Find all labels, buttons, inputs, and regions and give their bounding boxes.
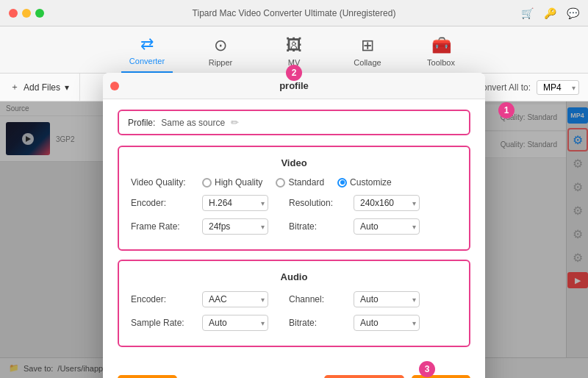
mv-icon: 🖼 bbox=[286, 36, 302, 55]
framerate-label: Frame Rate: bbox=[131, 221, 193, 232]
audio-section-title: Audio bbox=[131, 271, 457, 282]
modal-body: Profile: Same as source ✏ Video Video Qu… bbox=[103, 99, 485, 368]
samplerate-bitrate-row: Sample Rate: Auto 44100Hz 48000Hz Bitrat… bbox=[131, 315, 457, 331]
audio-bitrate-select[interactable]: Auto 64k 128k bbox=[354, 315, 420, 331]
channel-select[interactable]: Auto Mono Stereo bbox=[354, 291, 420, 307]
audio-encoder-channel-row: Encoder: AAC MP3 AC3 Channel: bbox=[131, 291, 457, 307]
add-files-label: Add Files bbox=[24, 82, 60, 93]
close-button[interactable] bbox=[9, 9, 18, 18]
encoder-select[interactable]: H.264 H.265 MPEG-4 bbox=[202, 195, 268, 211]
radio-circle-high bbox=[202, 178, 212, 188]
audio-section: Audio Encoder: AAC MP3 AC3 Channel bbox=[118, 260, 470, 347]
profile-row: Profile: Same as source ✏ bbox=[118, 110, 470, 135]
quality-radio-group: High Quality Standard Customize bbox=[202, 177, 392, 188]
channel-area: Channel: Auto Mono Stereo bbox=[289, 291, 420, 307]
convert-format-select-wrap: MP4 AVI MOV bbox=[537, 80, 579, 95]
add-files-chevron: ▾ bbox=[65, 82, 69, 93]
radio-circle-customize bbox=[337, 178, 347, 188]
app-title: Tipard Mac Video Converter Ultimate (Unr… bbox=[193, 8, 396, 18]
framerate-select[interactable]: 24fps 25fps 30fps 60fps bbox=[202, 218, 268, 235]
audio-encoder-select[interactable]: AAC MP3 AC3 bbox=[202, 291, 268, 307]
converter-icon: ⇄ bbox=[140, 35, 154, 54]
create-new-button[interactable]: Create New bbox=[324, 375, 404, 378]
framerate-bitrate-row: Frame Rate: 24fps 25fps 30fps 60fps Bitr… bbox=[131, 218, 457, 235]
channel-select-wrap: Auto Mono Stereo bbox=[354, 291, 420, 307]
key-icon[interactable]: 🔑 bbox=[544, 7, 556, 19]
resolution-select[interactable]: 240x160 640x480 1280x720 bbox=[354, 195, 420, 211]
nav-label-collage: Collage bbox=[354, 58, 381, 67]
modal-overlay: 2 1 3 profile Profile: Same as source ✏ … bbox=[0, 101, 588, 378]
video-bitrate-label: Bitrate: bbox=[289, 221, 348, 232]
badge-1: 1 bbox=[498, 102, 514, 118]
badge-2: 2 bbox=[286, 65, 302, 81]
modal-title: profile bbox=[279, 80, 309, 91]
default-button[interactable]: Default bbox=[118, 375, 177, 378]
resolution-area: Resolution: 240x160 640x480 1280x720 bbox=[289, 195, 420, 211]
profile-modal: 2 1 3 profile Profile: Same as source ✏ … bbox=[103, 73, 485, 378]
profile-value: Same as source bbox=[161, 118, 225, 128]
main-content: Source 3GP2 AVI 640P Encoder: H.2 bbox=[0, 101, 588, 378]
audio-bitrate-label: Bitrate: bbox=[289, 318, 348, 328]
traffic-lights bbox=[9, 9, 44, 18]
edit-icon[interactable]: ✏ bbox=[231, 117, 239, 128]
minimize-button[interactable] bbox=[22, 9, 31, 18]
convert-format-select[interactable]: MP4 AVI MOV bbox=[537, 80, 579, 95]
profile-label: Profile: bbox=[128, 118, 155, 128]
video-section-title: Video bbox=[131, 157, 457, 168]
audio-bitrate-select-wrap: Auto 64k 128k bbox=[354, 315, 420, 331]
radio-high-quality[interactable]: High Quality bbox=[202, 177, 262, 188]
radio-dot-customize bbox=[340, 180, 345, 185]
collage-icon: ⊞ bbox=[361, 36, 374, 55]
modal-close-button[interactable] bbox=[110, 82, 119, 90]
radio-circle-standard bbox=[276, 178, 285, 188]
cancel-button[interactable]: Cancel bbox=[412, 375, 470, 378]
convert-all-area: Convert All to: MP4 AVI MOV bbox=[467, 80, 588, 95]
audio-encoder-select-wrap: AAC MP3 AC3 bbox=[202, 291, 268, 307]
nav-item-collage[interactable]: ⊞ Collage bbox=[342, 36, 393, 73]
badge-3: 3 bbox=[419, 361, 435, 377]
video-bitrate-select-wrap: Auto 128k 256k bbox=[354, 218, 420, 235]
encoder-label: Encoder: bbox=[131, 198, 193, 208]
nav-item-ripper[interactable]: ⊙ Ripper bbox=[195, 36, 246, 73]
cart-icon[interactable]: 🛒 bbox=[521, 7, 534, 19]
encoder-select-wrap: H.264 H.265 MPEG-4 bbox=[202, 195, 268, 211]
video-quality-row: Video Quality: High Quality Standard bbox=[131, 177, 457, 188]
add-files-button[interactable]: ＋ Add Files ▾ bbox=[0, 74, 80, 101]
channel-label: Channel: bbox=[289, 294, 348, 304]
radio-customize[interactable]: Customize bbox=[337, 177, 392, 188]
message-icon[interactable]: 💬 bbox=[567, 7, 579, 19]
sample-rate-label: Sample Rate: bbox=[131, 318, 193, 328]
encoder-resolution-row: Encoder: H.264 H.265 MPEG-4 Resolution: bbox=[131, 195, 457, 211]
video-quality-label: Video Quality: bbox=[131, 177, 193, 188]
title-bar: Tipard Mac Video Converter Ultimate (Unr… bbox=[0, 0, 588, 26]
audio-bitrate-area: Bitrate: Auto 64k 128k bbox=[289, 315, 420, 331]
sample-rate-select-wrap: Auto 44100Hz 48000Hz bbox=[202, 315, 268, 331]
btn-group-right: Create New Cancel bbox=[324, 375, 470, 378]
radio-standard[interactable]: Standard bbox=[276, 177, 324, 188]
title-icons: 🛒 🔑 💬 bbox=[521, 7, 579, 19]
nav-item-converter[interactable]: ⇄ Converter bbox=[121, 35, 173, 73]
nav-item-toolbox[interactable]: 🧰 Toolbox bbox=[415, 36, 467, 73]
resolution-label: Resolution: bbox=[289, 198, 348, 208]
audio-encoder-label: Encoder: bbox=[131, 294, 193, 304]
ripper-icon: ⊙ bbox=[214, 36, 227, 55]
video-bitrate-select[interactable]: Auto 128k 256k bbox=[354, 218, 420, 235]
add-icon: ＋ bbox=[10, 81, 19, 93]
framerate-select-wrap: 24fps 25fps 30fps 60fps bbox=[202, 218, 268, 235]
bitrate-area: Bitrate: Auto 128k 256k bbox=[289, 218, 420, 235]
nav-label-toolbox: Toolbox bbox=[427, 58, 455, 67]
maximize-button[interactable] bbox=[35, 9, 44, 18]
video-section: Video Video Quality: High Quality Standa… bbox=[118, 146, 470, 251]
nav-label-converter: Converter bbox=[129, 57, 165, 65]
resolution-select-wrap: 240x160 640x480 1280x720 bbox=[354, 195, 420, 211]
nav-label-ripper: Ripper bbox=[209, 58, 232, 67]
sample-rate-select[interactable]: Auto 44100Hz 48000Hz bbox=[202, 315, 268, 331]
toolbox-icon: 🧰 bbox=[431, 36, 451, 55]
